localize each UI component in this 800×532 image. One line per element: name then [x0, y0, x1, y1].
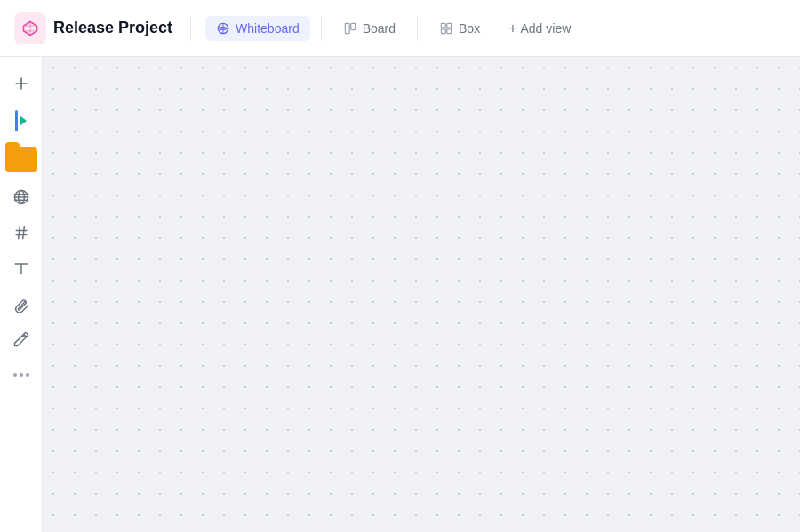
tab-divider-1: [321, 16, 322, 41]
nav-tabs: Whiteboard Board: [205, 16, 491, 41]
tab-whiteboard[interactable]: Whiteboard: [205, 16, 310, 41]
play-triangle: [20, 115, 27, 126]
sidebar-item-text[interactable]: [5, 252, 37, 284]
folder-icon: [5, 147, 37, 172]
sidebar-item-media[interactable]: [4, 103, 39, 139]
tab-box[interactable]: Box: [428, 16, 491, 41]
svg-rect-7: [441, 28, 445, 33]
header: Release Project Whiteboard: [0, 0, 800, 57]
sidebar-item-files[interactable]: [4, 142, 39, 178]
board-tab-label: Board: [363, 21, 396, 36]
sidebar-item-attach[interactable]: [5, 288, 37, 320]
dot-3: [26, 373, 29, 377]
sidebar: [0, 57, 43, 532]
svg-line-18: [18, 226, 20, 238]
sidebar-item-hash[interactable]: [5, 217, 37, 249]
sidebar-item-draw[interactable]: [5, 323, 37, 355]
sidebar-item-add[interactable]: [5, 67, 37, 99]
tab-board[interactable]: Board: [332, 16, 406, 41]
svg-rect-6: [447, 23, 452, 28]
svg-rect-5: [441, 23, 445, 28]
board-tab-icon: [343, 21, 357, 36]
sidebar-item-more[interactable]: [5, 359, 37, 391]
svg-line-19: [22, 226, 24, 238]
project-icon: [14, 12, 46, 44]
media-icon: [15, 110, 27, 131]
whiteboard-tab-icon: [216, 21, 230, 36]
header-divider: [190, 16, 191, 41]
main-layout: [0, 57, 800, 532]
whiteboard-tab-label: Whiteboard: [236, 21, 300, 36]
add-view-plus-icon: +: [508, 20, 516, 36]
add-view-button[interactable]: + Add view: [498, 15, 581, 42]
dot-2: [20, 373, 23, 377]
box-tab-label: Box: [459, 21, 480, 36]
svg-rect-8: [447, 28, 452, 33]
more-dots-icon: [13, 373, 29, 377]
project-title: Release Project: [53, 19, 172, 37]
sidebar-item-globe[interactable]: [5, 181, 37, 213]
tab-divider-2: [417, 16, 418, 41]
svg-rect-3: [345, 23, 349, 33]
add-view-label: Add view: [521, 21, 572, 36]
box-tab-icon: [439, 21, 453, 36]
whiteboard-canvas[interactable]: [43, 57, 800, 532]
svg-rect-4: [350, 23, 355, 29]
dot-1: [13, 373, 17, 377]
media-line: [15, 110, 18, 131]
